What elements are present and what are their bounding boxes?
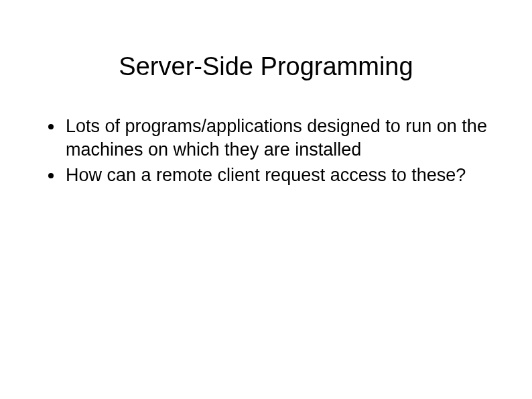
slide-content: Lots of programs/applications designed t… bbox=[0, 115, 532, 187]
list-item: Lots of programs/applications designed t… bbox=[48, 115, 492, 161]
bullet-text: How can a remote client request access t… bbox=[66, 164, 466, 187]
slide-title: Server-Side Programming bbox=[0, 0, 532, 115]
bullet-text: Lots of programs/applications designed t… bbox=[66, 115, 492, 161]
list-item: How can a remote client request access t… bbox=[48, 164, 492, 187]
slide: Server-Side Programming Lots of programs… bbox=[0, 0, 532, 399]
bullet-icon bbox=[48, 124, 54, 129]
bullet-list: Lots of programs/applications designed t… bbox=[48, 115, 492, 187]
bullet-icon bbox=[48, 173, 54, 178]
